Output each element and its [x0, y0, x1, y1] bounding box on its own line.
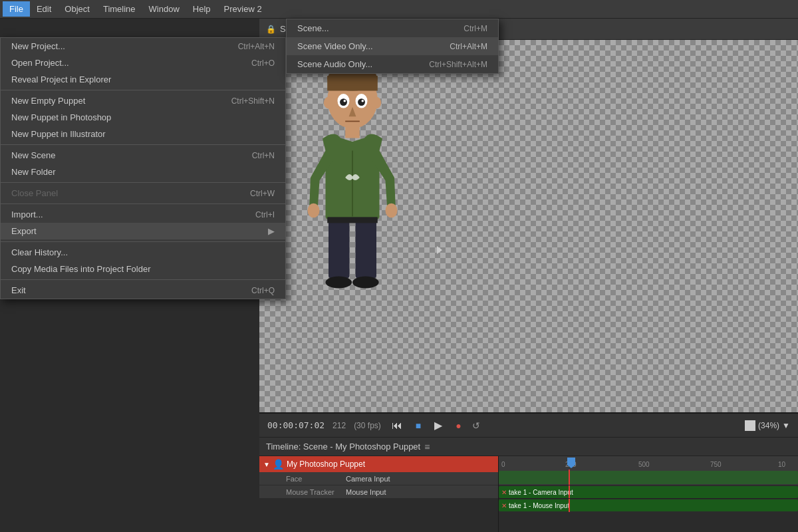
svg-point-9: [344, 100, 346, 102]
menu-preview2[interactable]: Preview 2: [217, 1, 269, 17]
mouse-clip-row: ✕ take 1 - Mouse Input: [499, 499, 798, 512]
menu-help[interactable]: Help: [186, 1, 217, 17]
zoom-level: (34%): [758, 421, 779, 430]
playback-controls: 00:00:07:02 212 (30 fps) ⏮ ■ ▶ ● ↺ (34%)…: [259, 414, 798, 438]
track-content: 0 250 500 750 10: [499, 456, 798, 532]
puppet-clip-row: [499, 469, 798, 485]
cursor-pointer: [437, 246, 442, 254]
export-scene-audio[interactable]: Scene Audio Only... Ctrl+Shift+Alt+M: [287, 55, 498, 73]
mouse-track-label: Mouse Tracker Mouse Input: [259, 485, 498, 499]
zoom-dropdown-icon[interactable]: ▼: [782, 421, 790, 430]
zoom-control: (34%) ▼: [745, 420, 790, 431]
svg-point-15: [308, 203, 320, 218]
puppet-track-name: My Photoshop Puppet: [287, 460, 365, 469]
separator-6: [1, 279, 285, 280]
separator-2: [1, 144, 285, 145]
right-area: 🔒 Scene: Scene - My Photoshop Puppet ≡: [259, 19, 798, 532]
menu-new-scene[interactable]: New Scene Ctrl+N: [1, 147, 285, 164]
refresh-icon[interactable]: ↺: [472, 420, 480, 431]
face-clip: ✕ take 1 - Camera Input: [499, 486, 798, 498]
svg-rect-18: [356, 218, 377, 278]
svg-point-20: [326, 277, 352, 289]
timeline-header: Timeline: Scene - My Photoshop Puppet ≡: [259, 438, 798, 456]
menu-export[interactable]: Export ▶: [1, 223, 285, 239]
playhead-line-puppet: [569, 469, 570, 485]
svg-point-7: [340, 98, 347, 106]
menu-edit[interactable]: Edit: [30, 1, 58, 17]
ruler-container: 0 250 500 750 10: [499, 456, 798, 469]
export-scene[interactable]: Scene... Ctrl+M: [287, 19, 498, 37]
face-track-type: Face: [286, 475, 346, 483]
lock-icon: 🔒: [266, 25, 276, 34]
record-button[interactable]: ●: [453, 419, 464, 432]
svg-rect-19: [327, 217, 378, 223]
svg-point-21: [352, 277, 379, 289]
menu-import[interactable]: Import... Ctrl+I: [1, 206, 285, 223]
menu-new-folder[interactable]: New Folder: [1, 164, 285, 180]
menu-file[interactable]: File: [3, 1, 30, 17]
svg-rect-12: [345, 126, 360, 138]
menu-timeline[interactable]: Timeline: [96, 1, 142, 17]
svg-rect-2: [327, 76, 378, 91]
menu-open-project[interactable]: Open Project... Ctrl+O: [1, 55, 285, 71]
playhead-line-mouse: [569, 499, 570, 512]
export-arrow-icon: ▶: [268, 226, 275, 236]
menu-new-empty-puppet[interactable]: New Empty Puppet Ctrl+Shift+N: [1, 92, 285, 109]
menu-copy-media[interactable]: Copy Media Files into Project Folder: [1, 261, 285, 277]
tracks-container: ▼ 👤 My Photoshop Puppet Face Camera Inpu…: [259, 456, 798, 532]
track-labels: ▼ 👤 My Photoshop Puppet Face Camera Inpu…: [259, 456, 499, 532]
separator-1: [1, 90, 285, 90]
export-scene-video[interactable]: Scene Video Only... Ctrl+Alt+M: [287, 37, 498, 55]
menu-exit[interactable]: Exit Ctrl+Q: [1, 282, 285, 299]
menu-window[interactable]: Window: [142, 1, 186, 17]
frame-count: 212: [332, 421, 346, 430]
face-clip-label: take 1 - Camera Input: [509, 489, 573, 496]
svg-point-10: [362, 100, 364, 102]
clip-x-icon: ✕: [501, 489, 507, 496]
mouse-track-type: Mouse Tracker: [286, 488, 346, 496]
ruler-mark-500: 500: [638, 461, 650, 468]
svg-point-8: [358, 98, 365, 106]
menu-new-puppet-photoshop[interactable]: New Puppet in Photoshop: [1, 109, 285, 126]
puppet-track-header[interactable]: ▼ 👤 My Photoshop Puppet: [259, 456, 498, 472]
face-track-label: Face Camera Input: [259, 472, 498, 485]
skip-back-button[interactable]: ⏮: [389, 418, 405, 433]
left-panel: New Project... Ctrl+Alt+N Open Project..…: [0, 19, 259, 532]
face-clip-row: ✕ take 1 - Camera Input: [499, 485, 798, 499]
export-submenu: Scene... Ctrl+M Scene Video Only... Ctrl…: [286, 19, 499, 74]
separator-5: [1, 241, 285, 242]
fps-display: (30 fps): [354, 421, 381, 430]
stop-button[interactable]: ■: [413, 419, 424, 432]
timeline-title: Timeline: Scene - My Photoshop Puppet: [266, 442, 420, 452]
menu-new-project[interactable]: New Project... Ctrl+Alt+N: [1, 38, 285, 55]
timeline-menu-icon[interactable]: ≡: [424, 442, 430, 452]
ruler-mark-750: 750: [710, 461, 722, 468]
face-track-input: Camera Input: [346, 475, 390, 483]
file-dropdown: New Project... Ctrl+Alt+N Open Project..…: [0, 37, 286, 299]
mouse-clip-label: take 1 - Mouse Input: [509, 502, 569, 509]
menu-reveal-project[interactable]: Reveal Project in Explorer: [1, 71, 285, 88]
ruler-mark-0: 0: [501, 461, 505, 468]
menu-close-panel: Close Panel Ctrl+W: [1, 185, 285, 201]
separator-4: [1, 203, 285, 204]
ruler-mark-1000: 10: [778, 461, 785, 468]
timeline-area: 00:00:07:02 212 (30 fps) ⏮ ■ ▶ ● ↺ (34%)…: [259, 412, 798, 532]
main-layout: New Project... Ctrl+Alt+N Open Project..…: [0, 19, 798, 532]
menu-new-puppet-illustrator[interactable]: New Puppet in Illustrator: [1, 126, 285, 142]
svg-point-4: [372, 97, 381, 109]
svg-point-16: [386, 203, 398, 218]
menu-object[interactable]: Object: [58, 1, 96, 17]
timecode-display: 00:00:07:02: [267, 420, 325, 430]
puppet-container: [293, 50, 412, 331]
svg-point-3: [324, 97, 333, 109]
color-swatch: [745, 420, 755, 431]
expand-icon: ▼: [263, 461, 270, 468]
menu-clear-history[interactable]: Clear History...: [1, 244, 285, 261]
clip-x-icon-2: ✕: [501, 502, 507, 509]
puppet-clip-bar: [499, 471, 798, 484]
playhead-line-face: [569, 485, 570, 498]
play-button[interactable]: ▶: [432, 418, 445, 433]
separator-3: [1, 182, 285, 183]
mouse-track-input: Mouse Input: [346, 488, 386, 496]
canvas-area: [259, 40, 798, 412]
